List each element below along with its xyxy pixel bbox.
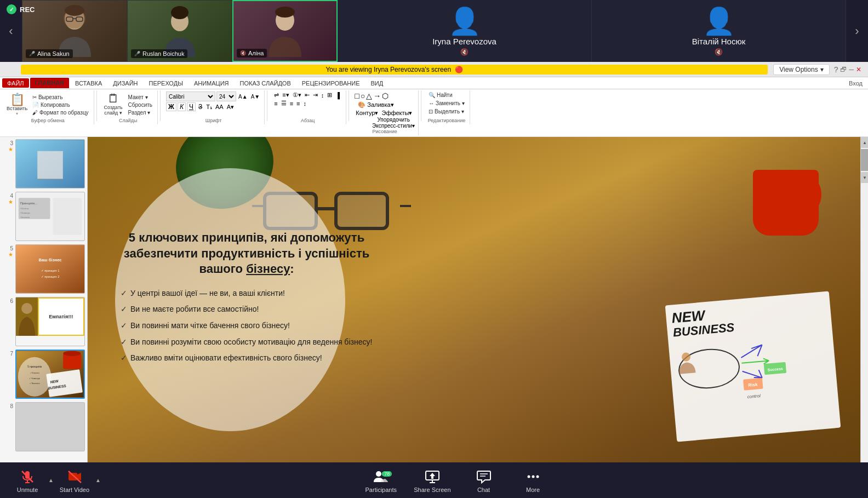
reset-button[interactable]: Сбросить bbox=[127, 101, 154, 108]
scroll-down-button[interactable]: ▼ bbox=[861, 172, 868, 183]
layout-button[interactable]: Макет ▾ bbox=[127, 94, 154, 101]
arrange-button[interactable]: Упорядочить bbox=[377, 117, 410, 123]
chat-button[interactable]: Chat bbox=[467, 468, 500, 493]
align-left-button[interactable]: ≡ bbox=[273, 100, 278, 107]
slide-thumb-3[interactable]: 3 ★ bbox=[2, 139, 85, 188]
muted-vitaliy: 🔇 bbox=[715, 48, 723, 56]
bottom-toolbar: Unmute ▲ Start Video ▲ bbox=[0, 462, 868, 498]
select-button[interactable]: ⊡ Выделить ▾ bbox=[427, 108, 466, 115]
effects-button[interactable]: Эффекты▾ bbox=[380, 110, 413, 117]
slide-num-8: 8 bbox=[5, 402, 13, 409]
slide-preview-6[interactable]: Емпатія!!! bbox=[15, 297, 85, 346]
slide-preview-5[interactable]: Ваш бізнес ✓ принцип 1 ✓ принцип 2 bbox=[15, 244, 85, 294]
increase-font-button[interactable]: A▲ bbox=[237, 94, 249, 100]
copy-button[interactable]: 📄 Копировать bbox=[31, 101, 90, 108]
smartart-button[interactable]: ⊞ bbox=[326, 91, 333, 99]
unmute-button[interactable]: Unmute bbox=[11, 468, 44, 493]
tab-design[interactable]: ДИЗАЙН bbox=[108, 78, 142, 88]
share-screen-button[interactable]: Share Screen bbox=[414, 468, 450, 493]
bullet-list-button[interactable]: ≡▾ bbox=[281, 91, 290, 99]
next-arrow[interactable]: › bbox=[846, 0, 868, 62]
slide-thumb-8[interactable]: 8 ★ bbox=[2, 402, 85, 451]
find-button[interactable]: 🔍 Найти bbox=[427, 91, 466, 99]
video-tile-iryna: 👤 Iryna Perevozova 🔇 bbox=[338, 0, 592, 62]
strikethrough-button[interactable]: З bbox=[197, 103, 204, 111]
svg-point-9 bbox=[275, 7, 295, 18]
more-button[interactable]: More bbox=[517, 468, 550, 493]
font-size-select[interactable]: 24 bbox=[216, 91, 236, 101]
align-right-button[interactable]: ≡ bbox=[289, 100, 294, 107]
tab-insert[interactable]: ВСТАВКА bbox=[70, 78, 107, 88]
indent-dec-button[interactable]: ⇤ bbox=[304, 91, 311, 99]
toolbar-left: Unmute ▲ Start Video ▲ bbox=[11, 468, 101, 493]
fill-color-button[interactable]: 🎨 Заливка▾ bbox=[357, 101, 395, 108]
numbered-list-button[interactable]: ①▾ bbox=[292, 91, 302, 99]
shape3[interactable]: △ bbox=[366, 91, 372, 100]
chat-icon bbox=[475, 468, 493, 485]
svg-text:• Команда: • Команда bbox=[20, 212, 31, 214]
cut-button[interactable]: ✂ Вырезать bbox=[31, 94, 90, 101]
columns-button[interactable]: ▐ bbox=[334, 92, 341, 99]
unmute-chevron[interactable]: ▲ bbox=[48, 477, 54, 483]
border-color-button[interactable]: Контур▾ bbox=[355, 110, 379, 117]
format-painter-button[interactable]: 🖌 Формат по образцу bbox=[31, 109, 90, 116]
justify-button[interactable]: ≡ bbox=[295, 100, 301, 107]
shape4[interactable]: → bbox=[373, 91, 381, 100]
slide-thumb-7[interactable]: 7 ★ bbox=[2, 350, 85, 399]
close-icon[interactable]: ✕ bbox=[856, 66, 861, 73]
shape1[interactable]: □ bbox=[355, 91, 359, 100]
scroll-up-button[interactable]: ▲ bbox=[861, 137, 868, 148]
scroll-thumb[interactable] bbox=[861, 149, 868, 171]
align-center-button[interactable]: ☰ bbox=[280, 100, 288, 107]
text-shadow-button[interactable]: Т₁ bbox=[205, 104, 213, 111]
slide-num-7: 7 bbox=[5, 350, 13, 357]
slide-thumb-6[interactable]: 6 ★ bbox=[2, 297, 85, 346]
slide-preview-7[interactable]: NEW BUSINESS 5 принципів ✓ Клієнти ✓ Ком… bbox=[15, 350, 85, 399]
slide-preview-3[interactable] bbox=[15, 139, 85, 188]
clipboard-label: Буфер обмена bbox=[31, 118, 65, 123]
participants-button[interactable]: 78 Participants bbox=[364, 468, 397, 493]
tab-animations[interactable]: АНИМАЦИЯ bbox=[189, 78, 234, 88]
slide-preview-4[interactable]: Принципи... • Клієнти • Команда • Баченн… bbox=[15, 192, 85, 241]
restore-icon[interactable]: 🗗 bbox=[840, 66, 847, 73]
section-button[interactable]: Раздел ▾ bbox=[127, 109, 154, 116]
tab-slideshow[interactable]: ПОКАЗ СЛАЙДОВ bbox=[235, 78, 296, 88]
bold-button[interactable]: Ж bbox=[166, 102, 176, 111]
start-video-button[interactable]: Start Video bbox=[58, 468, 91, 493]
minimize-icon[interactable]: ─ bbox=[849, 66, 854, 73]
indent-inc-button[interactable]: ⇥ bbox=[312, 91, 319, 99]
text-direction-button[interactable]: ↕ bbox=[320, 92, 326, 99]
text-spacing-button[interactable]: АА bbox=[214, 104, 225, 110]
svg-point-59 bbox=[527, 475, 530, 478]
paste-button[interactable]: 📋 Вставить ▾ bbox=[5, 93, 28, 117]
font-color-button[interactable]: А▾ bbox=[226, 104, 235, 111]
shape5[interactable]: ⬡ bbox=[382, 91, 389, 100]
new-slide-button[interactable]: 🗒 Создатьслайд ▾ bbox=[102, 91, 124, 117]
text-dir-button[interactable]: ⇌ bbox=[273, 91, 280, 99]
video-chevron[interactable]: ▲ bbox=[95, 477, 101, 483]
italic-button[interactable]: К bbox=[178, 102, 186, 111]
underline-button[interactable]: Ч bbox=[187, 102, 196, 111]
view-options-button[interactable]: View Options ▾ bbox=[773, 64, 829, 75]
video-off-icon bbox=[66, 468, 83, 485]
tab-view[interactable]: ВИД bbox=[366, 78, 389, 88]
font-family-select[interactable]: Calibri bbox=[166, 91, 215, 101]
ribbon-tabs: ФАЙЛ ГЛАВНАЯ ВСТАВКА ДИЗАЙН ПЕРЕХОДЫ АНИ… bbox=[0, 77, 868, 89]
quick-styles-button[interactable]: Экспресс-стили▾ bbox=[372, 123, 415, 129]
tab-file[interactable]: ФАЙЛ bbox=[2, 78, 29, 88]
slide-thumb-4[interactable]: 4 ★ Принципи... • Клієнти • Команда • Ба… bbox=[2, 192, 85, 241]
shape2[interactable]: ○ bbox=[361, 91, 365, 100]
mic-icon-ruslan: 🎤 bbox=[134, 51, 140, 56]
line-spacing-button[interactable]: ↕ bbox=[302, 100, 307, 107]
tab-home[interactable]: ГЛАВНАЯ bbox=[30, 78, 69, 88]
decrease-font-button[interactable]: A▼ bbox=[250, 94, 261, 100]
slide-thumb-5[interactable]: 5 ★ Ваш бізнес bbox=[2, 244, 85, 294]
replace-button[interactable]: ↔ Заменить ▾ bbox=[427, 100, 466, 107]
login-text[interactable]: Вход bbox=[849, 80, 863, 87]
tab-transitions[interactable]: ПЕРЕХОДЫ bbox=[144, 78, 187, 88]
tab-review[interactable]: РЕЦЕНЗИРОВАНИЕ bbox=[297, 78, 365, 88]
slide-preview-8[interactable] bbox=[15, 402, 85, 451]
slide-num-3: 3 bbox=[5, 139, 13, 146]
slide-scrollbar[interactable]: ▲ ▼ bbox=[860, 137, 868, 462]
svg-text:Risk: Risk bbox=[748, 382, 758, 387]
